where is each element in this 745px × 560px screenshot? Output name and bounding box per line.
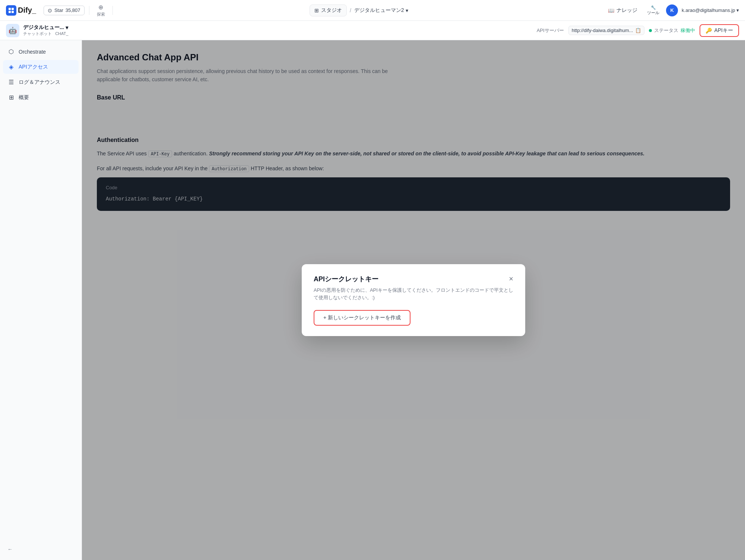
svg-rect-0 (9, 8, 11, 10)
app-breadcrumb[interactable]: デジタルヒューマン2 ▾ (354, 7, 408, 14)
copy-icon: 📋 (635, 28, 641, 33)
explore-button[interactable]: ⊕ 探索 (94, 2, 108, 19)
studio-breadcrumb[interactable]: ⊞ スタジオ (310, 4, 347, 16)
logo-icon (6, 5, 16, 16)
top-navigation: Dify_ ⊙ Star 35,807 ⊕ 探索 ⊞ スタジオ / デジタルヒュ… (0, 0, 745, 21)
status-dot (649, 29, 652, 32)
app-name-area: デジタルヒュー... ▾ チャットボット CHAT_ (23, 24, 68, 37)
sub-header: 🤖 デジタルヒュー... ▾ チャットボット CHAT_ APIサーバー htt… (0, 21, 745, 40)
status-value: 稼働中 (681, 27, 695, 34)
github-icon: ⊙ (48, 7, 52, 13)
modal-header: APIシークレットキー × (314, 275, 513, 284)
modal-overlay[interactable]: APIシークレットキー × APIの悪用を防ぐために、APIキーを保護してくださ… (82, 40, 745, 560)
logs-icon: ☰ (7, 79, 15, 86)
knowledge-icon: 📖 (608, 7, 614, 13)
api-server-url[interactable]: http://dify-daiwa.digitalhum... 📋 (568, 26, 645, 35)
status-badge: ステータス 稼働中 (649, 27, 695, 34)
app-name[interactable]: デジタルヒュー... ▾ (23, 24, 68, 31)
user-email[interactable]: k.arao@digitalhumans.jp ▾ (682, 7, 739, 13)
app-type-badge: チャットボット CHAT_ (23, 31, 68, 37)
status-label: ステータス (654, 27, 678, 34)
modal-description: APIの悪用を防ぐために、APIキーを保護してください。フロントエンドのコードで… (314, 287, 513, 301)
github-star-button[interactable]: ⊙ Star 35,807 (44, 6, 85, 15)
main-content: Advanced Chat App API Chat applications … (82, 40, 745, 560)
tools-button[interactable]: 🔧 ツール (644, 4, 662, 17)
nav-divider (89, 6, 89, 15)
api-key-button[interactable]: 🔑 APIキー (700, 24, 739, 37)
create-secret-key-button[interactable]: + 新しいシークレットキーを作成 (314, 310, 410, 326)
svg-rect-1 (12, 8, 14, 10)
sidebar: ⬡ Orchestrate ◈ APIアクセス ☰ ログ＆アナウンス ⊞ 概要 … (0, 40, 82, 560)
explore-icon: ⊕ (98, 4, 103, 11)
sidebar-item-api-access[interactable]: ◈ APIアクセス (3, 60, 79, 74)
breadcrumb-separator: / (350, 7, 351, 13)
sidebar-item-orchestrate[interactable]: ⬡ Orchestrate (3, 45, 79, 58)
svg-rect-3 (12, 11, 14, 13)
modal-close-button[interactable]: × (509, 275, 513, 283)
api-secret-key-modal: APIシークレットキー × APIの悪用を防ぐために、APIキーを保護してくださ… (302, 264, 525, 336)
collapse-sidebar-button[interactable]: ← (3, 543, 79, 556)
nav-right: 📖 ナレッジ 🔧 ツール K k.arao@digitalhumans.jp ▾ (605, 4, 739, 17)
sub-header-right: APIサーバー http://dify-daiwa.digitalhum... … (537, 24, 739, 37)
overview-icon: ⊞ (7, 94, 15, 101)
modal-title: APIシークレットキー (314, 275, 378, 284)
svg-rect-2 (9, 11, 11, 13)
user-avatar[interactable]: K (666, 4, 678, 16)
api-access-icon: ◈ (7, 63, 15, 70)
studio-icon: ⊞ (314, 7, 319, 13)
key-icon: 🔑 (706, 28, 712, 34)
sidebar-item-logs[interactable]: ☰ ログ＆アナウンス (3, 75, 79, 89)
breadcrumb-nav: ⊞ スタジオ / デジタルヒューマン2 ▾ (117, 4, 601, 16)
main-layout: ⬡ Orchestrate ◈ APIアクセス ☰ ログ＆アナウンス ⊞ 概要 … (0, 40, 745, 560)
logo[interactable]: Dify_ (6, 5, 36, 16)
sidebar-item-overview[interactable]: ⊞ 概要 (3, 91, 79, 104)
knowledge-button[interactable]: 📖 ナレッジ (605, 6, 640, 15)
app-info: 🤖 デジタルヒュー... ▾ チャットボット CHAT_ (6, 24, 73, 37)
app-avatar: 🤖 (6, 24, 19, 37)
api-server-label: APIサーバー (537, 27, 564, 34)
sidebar-bottom: ← (3, 543, 79, 556)
nav-divider-2 (112, 6, 113, 15)
orchestrate-icon: ⬡ (7, 48, 15, 55)
tools-icon: 🔧 (651, 5, 656, 10)
